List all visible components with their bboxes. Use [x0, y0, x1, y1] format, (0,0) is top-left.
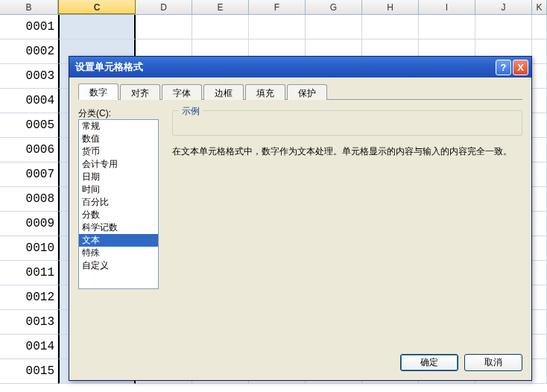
close-button[interactable]: X — [513, 60, 528, 75]
category-item[interactable]: 特殊 — [79, 247, 158, 259]
category-item[interactable]: 货币 — [79, 145, 158, 158]
right-pane: 示例 在文本单元格格式中，数字作为文本处理。单元格显示的内容与输入的内容完全一致… — [172, 110, 522, 158]
cell[interactable] — [419, 15, 475, 39]
cell[interactable]: 0009 — [0, 212, 58, 236]
example-group: 示例 — [172, 110, 522, 136]
cell[interactable]: 0005 — [0, 113, 58, 138]
column-header-G[interactable]: G — [306, 0, 362, 14]
tab-3[interactable]: 边框 — [203, 84, 244, 100]
tab-strip: 数字对齐字体边框填充保护 — [78, 83, 522, 100]
cell[interactable] — [532, 39, 547, 64]
cell[interactable] — [532, 236, 547, 261]
cell[interactable] — [532, 261, 547, 285]
cell[interactable] — [532, 64, 547, 89]
column-header-F[interactable]: F — [249, 0, 306, 14]
dialog-buttons: 确定 取消 — [400, 354, 522, 371]
category-item[interactable]: 自定义 — [79, 259, 158, 272]
tab-0[interactable]: 数字 — [78, 83, 118, 100]
cell[interactable] — [249, 15, 306, 39]
cell[interactable] — [532, 187, 547, 212]
cell[interactable] — [532, 285, 547, 310]
cell[interactable]: 0013 — [0, 310, 58, 335]
cell[interactable]: 0007 — [0, 162, 58, 187]
column-header-I[interactable]: I — [419, 0, 475, 14]
category-item[interactable]: 日期 — [79, 171, 158, 183]
cell[interactable] — [532, 359, 547, 384]
cell[interactable] — [532, 162, 547, 187]
cell[interactable] — [532, 89, 547, 113]
tab-2[interactable]: 字体 — [162, 84, 202, 100]
category-item[interactable]: 文本 — [79, 234, 158, 247]
cell[interactable] — [475, 15, 532, 39]
cell[interactable]: 0014 — [0, 335, 58, 359]
column-headers: BCDEFGHIJK — [0, 0, 547, 15]
cell[interactable] — [192, 15, 249, 39]
category-item[interactable]: 分数 — [79, 209, 158, 221]
cell[interactable]: 0008 — [0, 187, 58, 212]
tab-5[interactable]: 保护 — [287, 84, 327, 100]
cell[interactable]: 0001 — [0, 15, 58, 39]
cell[interactable] — [532, 310, 547, 335]
format-cells-dialog: 设置单元格格式 ? X 数字对齐字体边框填充保护 分类(C): 常规数值货币会计… — [69, 56, 532, 381]
cell[interactable] — [532, 212, 547, 236]
dialog-body: 数字对齐字体边框填充保护 分类(C): 常规数值货币会计专用日期时间百分比分数科… — [69, 78, 531, 380]
category-item[interactable]: 科学记数 — [79, 221, 158, 234]
dialog-title: 设置单元格格式 — [75, 60, 494, 74]
cell[interactable]: 0015 — [0, 359, 58, 384]
cell[interactable]: 0011 — [0, 261, 58, 285]
cell[interactable]: 0010 — [0, 236, 58, 261]
format-description: 在文本单元格格式中，数字作为文本处理。单元格显示的内容与输入的内容完全一致。 — [172, 145, 522, 158]
dialog-titlebar[interactable]: 设置单元格格式 ? X — [69, 57, 531, 78]
column-header-B[interactable]: B — [0, 0, 58, 14]
category-item[interactable]: 数值 — [79, 133, 158, 145]
category-item[interactable]: 常规 — [79, 120, 158, 133]
ok-button[interactable]: 确定 — [400, 354, 458, 371]
cell[interactable] — [532, 138, 547, 162]
column-header-H[interactable]: H — [362, 0, 419, 14]
category-item[interactable]: 会计专用 — [79, 158, 158, 171]
cell[interactable] — [532, 113, 547, 138]
category-listbox[interactable]: 常规数值货币会计专用日期时间百分比分数科学记数文本特殊自定义 — [78, 119, 159, 289]
column-header-E[interactable]: E — [192, 0, 249, 14]
category-item[interactable]: 时间 — [79, 183, 158, 196]
table-row: 0001 — [0, 15, 547, 39]
column-header-K[interactable]: K — [532, 0, 547, 14]
column-header-C[interactable]: C — [58, 0, 136, 14]
cell[interactable] — [362, 15, 419, 39]
tab-1[interactable]: 对齐 — [120, 84, 160, 100]
cell[interactable] — [58, 15, 136, 39]
help-button[interactable]: ? — [496, 60, 511, 75]
cell[interactable] — [306, 15, 362, 39]
tab-4[interactable]: 填充 — [245, 84, 285, 100]
cancel-button[interactable]: 取消 — [464, 354, 522, 371]
cell[interactable]: 0006 — [0, 138, 58, 162]
column-header-D[interactable]: D — [136, 0, 192, 14]
cell[interactable] — [136, 15, 192, 39]
cell[interactable]: 0004 — [0, 89, 58, 113]
category-item[interactable]: 百分比 — [79, 196, 158, 209]
example-legend: 示例 — [179, 105, 203, 118]
cell[interactable]: 0002 — [0, 39, 58, 64]
column-header-J[interactable]: J — [475, 0, 532, 14]
cell[interactable]: 0003 — [0, 64, 58, 89]
cell[interactable] — [532, 15, 547, 39]
cell[interactable] — [532, 335, 547, 359]
cell[interactable]: 0012 — [0, 285, 58, 310]
